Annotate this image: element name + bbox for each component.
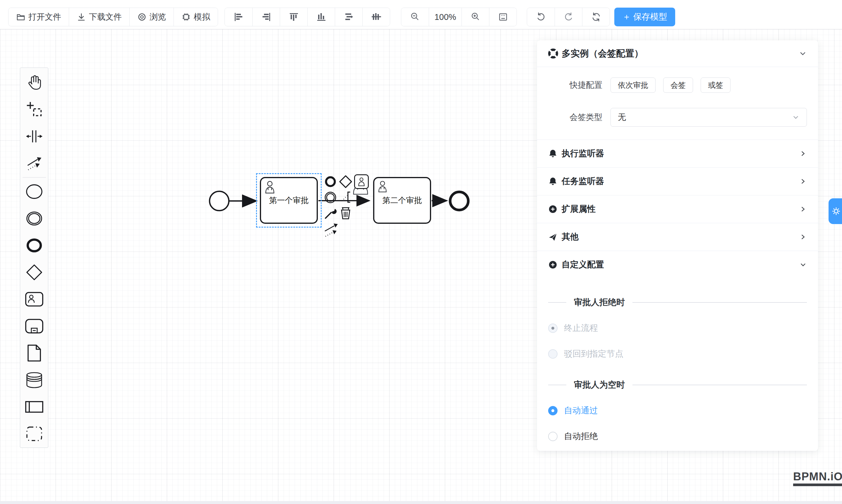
quick-config-sequential-button[interactable]: 依次审批 <box>611 77 655 93</box>
radio-return-to-node[interactable]: 驳回到指定节点 <box>548 348 807 360</box>
section-label: 其他 <box>562 231 795 243</box>
radio-auto-reject[interactable]: 自动拒绝 <box>548 431 807 442</box>
change-type-button[interactable] <box>323 206 338 220</box>
bell-icon <box>548 149 558 158</box>
radio-label: 自动拒绝 <box>564 431 598 442</box>
intermediate-event-icon <box>25 210 43 228</box>
fit-viewport-button[interactable] <box>489 8 516 26</box>
palette-participant[interactable] <box>20 393 48 420</box>
task-first-approval[interactable]: 第一个审批 <box>260 177 318 224</box>
chip-icon <box>181 12 191 22</box>
panel-header[interactable]: 多实例（会签配置） <box>537 40 818 67</box>
redo-button[interactable] <box>555 8 582 26</box>
preview-label: 浏览 <box>150 12 166 22</box>
section-label: 扩展属性 <box>562 203 795 215</box>
align-left-button[interactable] <box>225 8 252 26</box>
palette-end-event[interactable] <box>20 232 48 259</box>
history-button-group <box>527 7 610 26</box>
multi-instance-icon <box>548 49 558 58</box>
distribute-vertical-icon <box>371 12 382 22</box>
section-extended-properties[interactable]: 扩展属性 <box>537 195 818 223</box>
align-top-icon <box>288 12 299 22</box>
gear-icon <box>831 206 841 216</box>
align-right-button[interactable] <box>252 8 280 26</box>
align-bottom-icon <box>316 12 327 22</box>
section-task-listener[interactable]: 任务监听器 <box>537 167 818 195</box>
sign-type-label: 会签类型 <box>548 112 602 123</box>
group-icon <box>26 426 43 442</box>
chevron-down-icon[interactable] <box>799 50 807 58</box>
panel-toggle-tab[interactable] <box>828 198 842 224</box>
quick-config-label: 快捷配置 <box>548 79 602 91</box>
palette-data-object[interactable] <box>20 340 48 366</box>
sign-type-value: 无 <box>618 112 792 123</box>
zoom-in-button[interactable] <box>461 8 489 26</box>
palette-space-tool[interactable] <box>20 123 48 150</box>
palette-lasso-tool[interactable] <box>20 96 48 123</box>
logo-text: BPMN.iO <box>793 470 842 483</box>
preview-button[interactable]: 浏览 <box>129 8 174 26</box>
append-user-task-button[interactable] <box>354 174 369 189</box>
undo-button[interactable] <box>527 8 555 26</box>
zoom-button-group: 100% <box>401 7 517 26</box>
radio-button[interactable] <box>548 406 558 415</box>
chevron-right-icon <box>799 233 807 241</box>
palette-user-task[interactable] <box>20 286 48 313</box>
open-file-button[interactable]: 打开文件 <box>8 8 69 26</box>
chevron-down-icon <box>799 261 807 269</box>
user-icon <box>377 180 388 193</box>
radio-button[interactable] <box>548 349 558 359</box>
horizontal-scrollbar[interactable] <box>0 501 842 504</box>
section-execution-listener[interactable]: 执行监听器 <box>537 140 818 167</box>
zoom-out-button[interactable] <box>401 8 429 26</box>
distribute-vertical-button[interactable] <box>362 8 390 26</box>
align-button-group <box>225 7 390 26</box>
bpmn-editor: 打开文件 下载文件 浏览 模拟 <box>0 0 842 504</box>
sign-type-select[interactable]: 无 <box>611 108 807 127</box>
task-second-approval[interactable]: 第二个审批 <box>373 177 431 224</box>
section-others[interactable]: 其他 <box>537 223 818 251</box>
simulate-button[interactable]: 模拟 <box>174 8 218 26</box>
append-gateway-button[interactable] <box>338 174 353 189</box>
quick-config-countersign-button[interactable]: 会签 <box>663 77 693 93</box>
append-intermediate-event-button[interactable] <box>323 190 338 205</box>
delete-button[interactable] <box>338 206 353 220</box>
refresh-button[interactable] <box>582 8 610 26</box>
divider-line <box>632 302 807 303</box>
palette-gateway[interactable] <box>20 259 48 286</box>
align-bottom-button[interactable] <box>307 8 335 26</box>
palette-intermediate-event[interactable] <box>20 205 48 232</box>
distribute-horizontal-button[interactable] <box>335 8 362 26</box>
radio-button[interactable] <box>548 432 558 441</box>
reject-group-title: 审批人拒绝时 <box>574 296 625 308</box>
connect-button[interactable] <box>323 222 341 238</box>
palette-data-store[interactable] <box>20 366 48 393</box>
radio-button[interactable] <box>548 324 558 333</box>
palette-start-event[interactable] <box>20 178 48 205</box>
radio-label: 自动通过 <box>564 405 598 416</box>
divider-line <box>548 385 566 385</box>
radio-terminate-process[interactable]: 终止流程 <box>548 322 807 334</box>
element-palette <box>20 68 48 448</box>
radio-auto-pass[interactable]: 自动通过 <box>548 405 807 416</box>
zoom-level-value[interactable]: 100% <box>429 8 461 26</box>
start-event-shape <box>210 191 229 211</box>
palette-global-connect-tool[interactable] <box>20 150 48 177</box>
download-file-button[interactable]: 下载文件 <box>69 8 129 26</box>
align-top-button[interactable] <box>280 8 307 26</box>
palette-subprocess[interactable] <box>20 313 48 340</box>
palette-hand-tool[interactable] <box>20 69 48 96</box>
paper-plane-icon <box>548 232 558 241</box>
task-label: 第二个审批 <box>383 195 422 205</box>
properties-panel: 多实例（会签配置） 快捷配置 依次审批 会签 或签 会签类型 无 执行监听器 <box>537 40 818 451</box>
palette-group[interactable] <box>20 420 48 447</box>
empty-group-divider: 审批人为空时 <box>548 379 807 391</box>
quick-config-orsign-button[interactable]: 或签 <box>701 77 731 93</box>
append-text-annotation-button[interactable] <box>339 190 353 205</box>
task-label: 第一个审批 <box>269 195 309 205</box>
section-custom-config[interactable]: 自定义配置 <box>537 251 818 278</box>
participant-icon <box>25 400 43 414</box>
append-end-event-button[interactable] <box>323 174 338 189</box>
bpmn-io-logo[interactable]: BPMN.iO <box>793 470 842 486</box>
save-model-button[interactable]: ＋ 保存模型 <box>614 7 675 26</box>
